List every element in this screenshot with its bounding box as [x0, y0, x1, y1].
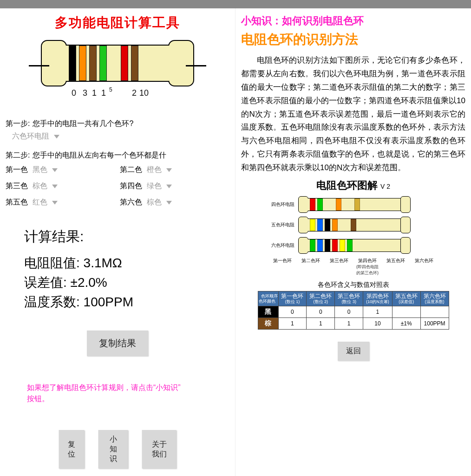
- step-2-text: 您手中的电阻从左向右每一个色环都是什: [33, 151, 229, 160]
- table-row: 棕 1 1 1 10 ±1% 100PPM: [258, 318, 449, 330]
- chevron-down-icon: [52, 168, 58, 172]
- lead-right: [186, 65, 206, 66]
- color-3-select[interactable]: 棕色: [33, 181, 88, 191]
- app-root: 多功能电阻计算工具 0 3 1 1: [0, 8, 471, 476]
- result-tempco: 温度系数: 100PPM: [24, 292, 229, 312]
- copy-result-button[interactable]: 复制结果: [87, 331, 148, 356]
- tips-button[interactable]: 小知识: [98, 430, 128, 469]
- table-corner: 色环顺序 色环颜色: [258, 291, 278, 306]
- th-6: 第六色环(温度系数): [420, 291, 449, 306]
- diagram-row-6-label: 六色环电阻: [268, 242, 294, 249]
- color-ring-diagram: 四色环电阻 五色环电阻 六色环电阻: [268, 196, 439, 276]
- lead-left: [29, 65, 49, 66]
- color-2-select[interactable]: 橙色: [147, 165, 203, 175]
- color-picker-grid: 第一色 黑色 第二色 橙色 第三色 棕色 第四色 绿色 第五色 红色 第六色 棕…: [6, 165, 229, 207]
- color-4-select[interactable]: 绿色: [147, 181, 203, 191]
- back-button[interactable]: 返回: [338, 342, 369, 361]
- step-1-text: 您手中的电阻一共有几个色环?: [33, 119, 229, 129]
- result-value: 电阻阻值: 3.1MΩ: [24, 253, 229, 273]
- band-value-labels: 0 3 1 1 5 2 10: [41, 88, 194, 99]
- band-1: [69, 46, 76, 81]
- band-6: [131, 46, 138, 81]
- band-4: [99, 46, 107, 81]
- about-button[interactable]: 关于我们: [142, 430, 177, 469]
- tips-body-text: 电阻色环的识别方法如下图所示，无论它们有多少条色环，都需要从左向右数。我们以六色…: [241, 54, 465, 175]
- endcap-left: [41, 40, 67, 86]
- diagram-row-4-label: 四色环电阻: [268, 201, 294, 208]
- table-caption: 各色环含义与数值对照表: [241, 281, 465, 289]
- diagram-title: 电阻色环图解V 2: [241, 178, 465, 192]
- th-1: 第一色环(数位 1): [278, 291, 307, 306]
- mini-resistor-4: [298, 196, 411, 213]
- result-title: 计算结果:: [24, 226, 229, 247]
- step-1-row: 第一步: 您手中的电阻一共有几个色环?: [6, 119, 229, 129]
- diagram-row-5-label: 五色环电阻: [268, 222, 294, 228]
- color-4-label: 第四色: [120, 181, 142, 191]
- color-2-label: 第二色: [120, 165, 142, 175]
- tips-subheading: 电阻色环的识别方法: [241, 31, 465, 48]
- right-pane: 小知识：如何识别电阻色环 电阻色环的识别方法 电阻色环的识别方法如下图所示，无论…: [236, 8, 471, 476]
- chevron-down-icon: [166, 201, 172, 205]
- diagram-pointer-labels: 第一色环 第二色环 第三色环 第四色环 (即四色电阻 的第三色环) 第五色环 第…: [268, 258, 439, 276]
- chevron-down-icon: [54, 135, 59, 139]
- left-pane: 多功能电阻计算工具 0 3 1 1: [0, 8, 236, 476]
- chevron-down-icon: [52, 185, 58, 188]
- table-row: 黑 0 0 0 1: [258, 306, 449, 318]
- band-2: [79, 46, 86, 81]
- mini-resistor-5: [298, 217, 411, 233]
- color-6-label: 第六色: [120, 198, 142, 207]
- chevron-down-icon: [52, 201, 58, 205]
- color-3-label: 第三色: [6, 181, 28, 191]
- result-tolerance: 误差值: ±2.0%: [24, 273, 229, 292]
- step-2-row: 第二步: 您手中的电阻从左向右每一个色环都是什: [6, 151, 229, 160]
- th-5: 第五色环(误差值): [392, 291, 420, 306]
- color-1-label: 第一色: [6, 165, 28, 175]
- color-6-select[interactable]: 棕色: [147, 198, 203, 207]
- tips-heading: 小知识：如何识别电阻色环: [241, 14, 465, 28]
- color-5-select[interactable]: 红色: [33, 198, 88, 207]
- app-title: 多功能电阻计算工具: [6, 14, 229, 32]
- th-3: 第三色环(数位 3): [335, 291, 363, 306]
- color-1-select[interactable]: 黑色: [33, 165, 88, 175]
- step-1-label: 第一步:: [6, 119, 30, 129]
- hint-text: 如果想了解电阻色环计算规则，请点击“小知识”按钮。: [27, 382, 185, 404]
- th-2: 第二色环(数位 2): [307, 291, 335, 306]
- color-5-label: 第五色: [6, 198, 28, 207]
- status-bar: [0, 0, 471, 8]
- bottom-toolbar: 复位 小知识 关于我们: [59, 430, 177, 469]
- band-5: [121, 46, 128, 81]
- chevron-down-icon: [166, 168, 172, 172]
- chevron-down-icon: [166, 185, 172, 188]
- result-block: 计算结果: 电阻阻值: 3.1MΩ 误差值: ±2.0% 温度系数: 100PP…: [24, 226, 229, 312]
- step-2-label: 第二步:: [6, 151, 30, 160]
- endcap-right: [168, 40, 194, 86]
- resistor-graphic: 0 3 1 1 5 2 10: [41, 40, 194, 99]
- color-value-table: 色环顺序 色环颜色 第一色环(数位 1) 第二色环(数位 2) 第三色环(数位 …: [258, 291, 449, 330]
- resistor-type-value: 六色环电阻: [12, 132, 49, 141]
- th-4: 第四色环(10的N次幂): [363, 291, 392, 306]
- reset-button[interactable]: 复位: [59, 430, 85, 469]
- mini-resistor-6: [298, 237, 411, 254]
- resistor-type-select[interactable]: 六色环电阻: [12, 132, 59, 141]
- band-3: [89, 46, 97, 81]
